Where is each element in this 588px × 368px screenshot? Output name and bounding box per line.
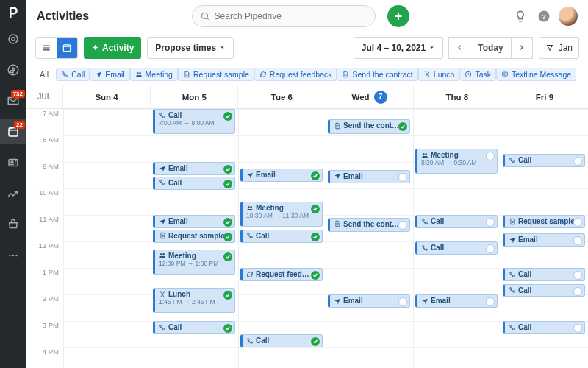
day-column[interactable]: Call7:00 AM → 8:00 AMEmailCallEmailReque… (151, 109, 238, 368)
event-call[interactable]: Call7:00 AM → 8:00 AM (153, 109, 235, 134)
event-call[interactable]: Call (153, 177, 235, 190)
filter-all[interactable]: All (35, 68, 53, 80)
view-toggle (35, 37, 78, 59)
side-rail: 732 22 (0, 0, 26, 368)
add-button[interactable] (387, 5, 409, 27)
day-column[interactable]: CallRequest sampleEmailCallCallCall (501, 109, 588, 368)
user-filter[interactable]: Jan (539, 37, 579, 59)
date-range-label: Jul 4 – 10, 2021 (362, 43, 426, 53)
date-range-button[interactable]: Jul 4 – 10, 2021 (354, 37, 443, 59)
svg-point-20 (250, 206, 252, 208)
nav-more[interactable] (0, 243, 26, 268)
svg-point-14 (139, 72, 141, 74)
day-header: Sun 4 (63, 85, 151, 108)
event-call[interactable]: Call (503, 284, 585, 297)
filter-chip-lunch[interactable]: Lunch (418, 68, 460, 81)
prev-week-button[interactable] (448, 37, 470, 59)
event-email[interactable]: Email (415, 294, 498, 308)
hour-label: 3 PM (26, 321, 63, 347)
day-header: Mon 5 (151, 85, 238, 108)
search-field[interactable] (215, 11, 368, 21)
event-lunch[interactable]: Lunch1:45 PM → 2:45 PM (153, 288, 235, 313)
help-icon[interactable]: ? (535, 7, 553, 25)
propose-times-button[interactable]: Propose times (147, 37, 234, 59)
svg-point-22 (425, 153, 427, 155)
nav-activities[interactable]: 22 (0, 119, 26, 144)
filter-chip-call[interactable]: Call (56, 68, 90, 81)
done-badge (311, 271, 320, 280)
propose-times-label: Propose times (155, 43, 216, 53)
event-call[interactable]: Call (153, 321, 235, 334)
event-call[interactable]: Call (503, 154, 585, 167)
hour-label: 11 AM (26, 215, 63, 241)
open-badge (486, 244, 495, 253)
svg-point-6 (9, 255, 10, 256)
topbar: Activities ? (26, 0, 588, 32)
day-column[interactable]: EmailMeeting10:30 AM → 11:30 AMCallReque… (238, 109, 326, 368)
next-week-button[interactable] (511, 37, 533, 59)
view-list-button[interactable] (36, 38, 57, 58)
event-email[interactable]: Email (153, 215, 235, 228)
nav-deals[interactable] (0, 57, 26, 82)
event-meeting[interactable]: Meeting12:00 PM → 1:00 PM (153, 250, 235, 275)
activities-badge: 22 (14, 121, 25, 129)
event-doc[interactable]: Send the cont… (328, 218, 410, 233)
today-button[interactable]: Today (470, 37, 511, 59)
filter-chip-refresh[interactable]: Request feedback (254, 68, 337, 81)
main-area: Activities ? Act (26, 0, 588, 368)
filter-chip-email[interactable]: Email (90, 68, 129, 81)
hour-label: 4 PM (26, 347, 63, 368)
svg-point-1 (9, 35, 18, 43)
svg-point-18 (162, 253, 165, 255)
event-call[interactable]: Call (503, 321, 585, 334)
done-badge (223, 165, 232, 174)
nav-focus[interactable] (0, 26, 26, 52)
open-badge (398, 173, 407, 182)
day-column[interactable]: Send the cont…EmailSend the cont…Email (326, 109, 413, 368)
event-meeting[interactable]: Meeting8:30 AM → 9:30 AM (415, 149, 498, 174)
event-email[interactable]: Email (503, 233, 585, 247)
hour-label: 1 PM (26, 268, 63, 294)
svg-rect-16 (503, 72, 508, 76)
activity-button[interactable]: Activity (84, 37, 141, 59)
filter-chip-doc[interactable]: Send the contract (337, 68, 417, 81)
filter-chip-msg[interactable]: Textline Message (496, 68, 576, 81)
svg-rect-12 (63, 44, 70, 51)
nav-insights[interactable] (0, 181, 26, 206)
event-doc[interactable]: Request sample (503, 215, 585, 228)
open-badge (398, 221, 407, 230)
avatar[interactable] (559, 7, 578, 26)
event-call[interactable]: Call (240, 334, 323, 347)
event-email[interactable]: Email (328, 294, 410, 308)
event-email[interactable]: Email (153, 162, 235, 175)
filter-icon (545, 43, 554, 52)
event-email[interactable]: Email (240, 169, 323, 182)
day-column[interactable]: Meeting8:30 AM → 9:30 AMCallCallEmail (413, 109, 501, 368)
nav-products[interactable] (0, 212, 26, 237)
month-label: JUL (26, 85, 63, 108)
svg-point-8 (15, 255, 17, 256)
filter-chip-meeting[interactable]: Meeting (130, 68, 178, 81)
day-column[interactable] (63, 109, 151, 368)
event-email[interactable]: Email (328, 170, 410, 183)
search-input[interactable] (192, 5, 376, 27)
hint-icon[interactable] (512, 7, 529, 25)
event-call[interactable]: Call (415, 215, 498, 228)
filter-chip-doc[interactable]: Request sample (178, 68, 254, 81)
open-badge (573, 236, 582, 245)
svg-rect-3 (9, 128, 18, 136)
event-call[interactable]: Call (240, 230, 323, 243)
filter-chip-task[interactable]: Task (459, 68, 496, 81)
view-calendar-button[interactable] (57, 38, 77, 58)
day-header: Wed7 (326, 85, 414, 108)
nav-contacts[interactable] (0, 150, 26, 175)
event-doc[interactable]: Send the cont… (328, 119, 410, 134)
event-refresh[interactable]: Request feed… (240, 268, 323, 281)
nav-mail[interactable]: 732 (0, 88, 26, 113)
svg-point-21 (423, 153, 425, 155)
event-meeting[interactable]: Meeting10:30 AM → 11:30 AM (240, 202, 323, 227)
event-doc[interactable]: Request sample (153, 230, 235, 243)
activity-type-filter: All CallEmailMeetingRequest sampleReques… (26, 63, 588, 85)
event-call[interactable]: Call (503, 268, 585, 281)
event-call[interactable]: Call (415, 241, 498, 255)
